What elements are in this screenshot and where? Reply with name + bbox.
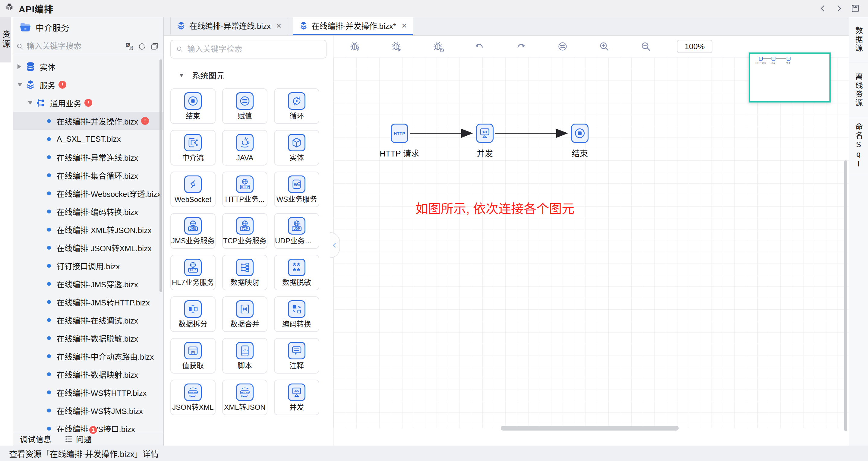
tree-item[interactable]: 在线编排-JMS穿透.bizx bbox=[13, 275, 163, 293]
debug-flash-icon[interactable] bbox=[348, 40, 361, 53]
tree-item[interactable]: 通用业务! bbox=[13, 94, 163, 112]
zoom-in-icon[interactable] bbox=[598, 40, 610, 53]
palette-item[interactable]: 中介流 bbox=[170, 130, 216, 165]
tree-item[interactable]: 在线编排-XML转JSON.bizx bbox=[13, 220, 163, 239]
tree-item[interactable]: A_SXL_TEST.bizx bbox=[13, 130, 163, 148]
palette-item[interactable]: 编码转换 bbox=[274, 296, 319, 332]
palette-item[interactable]: Json-XMLJSON转XML bbox=[170, 379, 216, 415]
flow-node-label: 结束 bbox=[571, 147, 588, 159]
palette-item[interactable]: WWS业务服务 bbox=[274, 172, 319, 207]
palette-item[interactable]: </>并发 bbox=[274, 379, 319, 415]
chevron-right-icon[interactable] bbox=[834, 4, 844, 13]
tree-item[interactable]: 在线编排-数据脱敏.bizx bbox=[13, 329, 163, 347]
palette-item-label: 实体 bbox=[289, 152, 304, 162]
right-strip-tab-数据源[interactable]: 数据源 bbox=[849, 17, 868, 62]
udp-service-icon: UDP bbox=[288, 217, 305, 235]
flow-node[interactable]: </> bbox=[476, 124, 494, 143]
palette-item[interactable]: XML-JsonXML转JSON bbox=[222, 379, 268, 415]
palette-item[interactable]: ****数据脱敏 bbox=[274, 255, 319, 290]
canvas-horizontal-scrollbar[interactable] bbox=[501, 426, 679, 431]
file-bullet-icon bbox=[47, 264, 51, 268]
palette-item[interactable]: (x)值获取 bbox=[170, 338, 216, 374]
tree-item[interactable]: 在线编排-编码转换.bizx bbox=[13, 202, 163, 220]
palette-item[interactable]: HL7HL7业务服务 bbox=[170, 255, 216, 290]
explorer-search-input[interactable] bbox=[27, 41, 122, 51]
explorer-title: 中介服务 bbox=[36, 22, 69, 33]
palette-item[interactable]: </>脚本 bbox=[222, 338, 268, 374]
zoom-level[interactable]: 100% bbox=[677, 40, 712, 53]
tree-item[interactable]: 在线编排-集合循环.bizx bbox=[13, 166, 163, 184]
bottom-tab-问题[interactable]: 问题1 bbox=[64, 433, 92, 444]
palette-search-input[interactable] bbox=[187, 44, 321, 54]
palette-item[interactable]: 赋值 bbox=[222, 88, 268, 124]
palette-item[interactable]: 结束 bbox=[170, 88, 216, 124]
palette-search-box bbox=[170, 40, 327, 59]
collapse-all-icon[interactable] bbox=[150, 42, 159, 51]
palette-item[interactable]: 数据拆分 bbox=[170, 296, 216, 332]
tree-item[interactable]: 在线编排-WS转JMS.bizx bbox=[13, 401, 163, 420]
tree-item[interactable]: 钉钉接口调用.bizx bbox=[13, 256, 163, 275]
tree-item[interactable]: 在线编排-JSON转XML.bizx bbox=[13, 239, 163, 256]
palette-item[interactable]: 数据合并 bbox=[222, 296, 268, 332]
tree-item[interactable]: 在线编排-并发操作.bizx! bbox=[13, 112, 163, 130]
doc-tab[interactable]: 在线编排-并发操作.bizx*× bbox=[293, 17, 413, 35]
redo-icon[interactable] bbox=[515, 40, 527, 53]
tree-item[interactable]: 在线编排-WS转HTTP.bizx bbox=[13, 383, 163, 401]
palette-item-label: UDP业务服务 bbox=[275, 235, 318, 245]
refresh-icon[interactable] bbox=[137, 42, 147, 51]
palette-item[interactable]: JMSJMS业务服务 bbox=[170, 213, 216, 249]
palette-item[interactable]: 数据映射 bbox=[222, 255, 268, 290]
bottom-tab-调试信息[interactable]: 调试信息 bbox=[20, 433, 51, 444]
svg-text:HL7: HL7 bbox=[190, 269, 196, 272]
right-strip-tab-命名Sql[interactable]: 命名Sql bbox=[849, 118, 868, 174]
tree-item[interactable]: 在线编排-在线调试.bizx bbox=[13, 311, 163, 329]
close-icon[interactable]: × bbox=[402, 21, 407, 30]
tree-item[interactable]: 在线编排-数据映射.bizx bbox=[13, 365, 163, 383]
debug-restart-icon[interactable] bbox=[432, 40, 444, 53]
tree-item[interactable]: 在线编排-异常连线.bizx bbox=[13, 148, 163, 166]
translate-icon[interactable]: En文 bbox=[125, 42, 134, 51]
tree-item-label: 在线编排-中介动态路由.bizx bbox=[57, 351, 154, 362]
activity-tab-资源[interactable]: 资源 bbox=[0, 17, 11, 62]
chevron-down-icon[interactable] bbox=[18, 83, 25, 87]
palette-item-label: HTTP业务... bbox=[225, 193, 265, 204]
palette-item[interactable]: UDPUDP业务服务 bbox=[274, 213, 319, 249]
chevron-down-icon bbox=[179, 74, 184, 77]
palette-item[interactable]: TCPTCP业务服务 bbox=[222, 213, 268, 249]
palette-item[interactable]: 实体 bbox=[274, 130, 319, 165]
close-icon[interactable]: × bbox=[276, 21, 282, 30]
palette-section-header[interactable]: 系统图元 bbox=[164, 59, 333, 88]
doc-tab[interactable]: 在线编排-异常连线.bizx× bbox=[170, 17, 288, 35]
flow-node[interactable] bbox=[571, 124, 589, 143]
status-bar: 查看资源「在线编排-并发操作.bizx」详情 bbox=[0, 445, 868, 461]
palette-item[interactable]: 注释 bbox=[274, 338, 319, 374]
palette-item[interactable]: HTTPHTTP业务... bbox=[222, 172, 268, 207]
palette-item[interactable]: 循环 bbox=[274, 88, 319, 124]
palette-item[interactable]: WebSocket bbox=[170, 172, 216, 207]
right-strip-tab-离线资源[interactable]: 离线资源 bbox=[849, 62, 868, 118]
canvas[interactable]: 如图所示, 依次连接各个图元 HTTPHTTP 请求</>并发结束 bbox=[334, 57, 849, 445]
chevron-left-icon[interactable] bbox=[818, 4, 828, 13]
minimap[interactable]: HTTP 请求并发结束 bbox=[749, 53, 831, 102]
save-icon[interactable] bbox=[850, 4, 860, 13]
tree-item[interactable]: 在线编排-JMS转HTTP.bizx bbox=[13, 293, 163, 311]
sync-icon[interactable] bbox=[557, 40, 569, 53]
undo-icon[interactable] bbox=[473, 40, 486, 53]
explorer-tools: En文 bbox=[125, 42, 159, 51]
tree-scrollbar[interactable] bbox=[159, 59, 162, 292]
canvas-vertical-scrollbar[interactable] bbox=[844, 160, 847, 431]
tree-item[interactable]: 服务! bbox=[13, 76, 163, 94]
tree-item[interactable]: 在线编排-WS接口.bizx bbox=[13, 420, 163, 432]
file-bullet-icon bbox=[47, 210, 51, 213]
tree-item[interactable]: 在线编排-中介动态路由.bizx bbox=[13, 347, 163, 365]
debug-run-icon[interactable] bbox=[390, 40, 402, 53]
flow-node[interactable]: HTTP bbox=[391, 124, 408, 143]
chevron-down-icon[interactable] bbox=[28, 101, 36, 104]
tree-item[interactable]: 在线编排-Websocket穿透.bizx bbox=[13, 184, 163, 202]
minimap-node-label: HTTP 请求 bbox=[755, 61, 766, 64]
tree-item[interactable]: 实体 bbox=[13, 58, 163, 76]
chevron-right-icon[interactable] bbox=[18, 64, 25, 69]
explorer-bottom-tabs: 调试信息问题1 bbox=[13, 432, 163, 445]
zoom-out-icon[interactable] bbox=[640, 40, 652, 53]
palette-item[interactable]: JAVA bbox=[222, 130, 268, 165]
